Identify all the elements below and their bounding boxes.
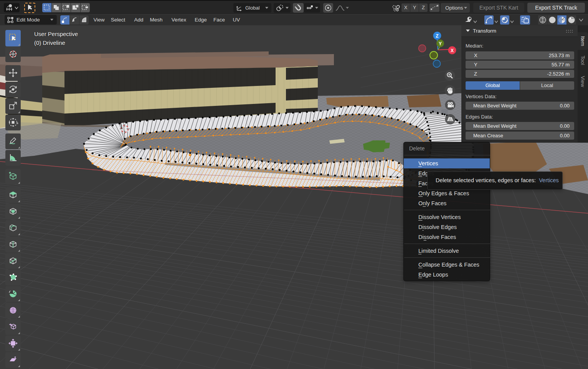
svg-text:X: X [451, 48, 454, 53]
svg-text:Z: Z [436, 33, 438, 39]
svg-text:Y: Y [439, 41, 442, 46]
